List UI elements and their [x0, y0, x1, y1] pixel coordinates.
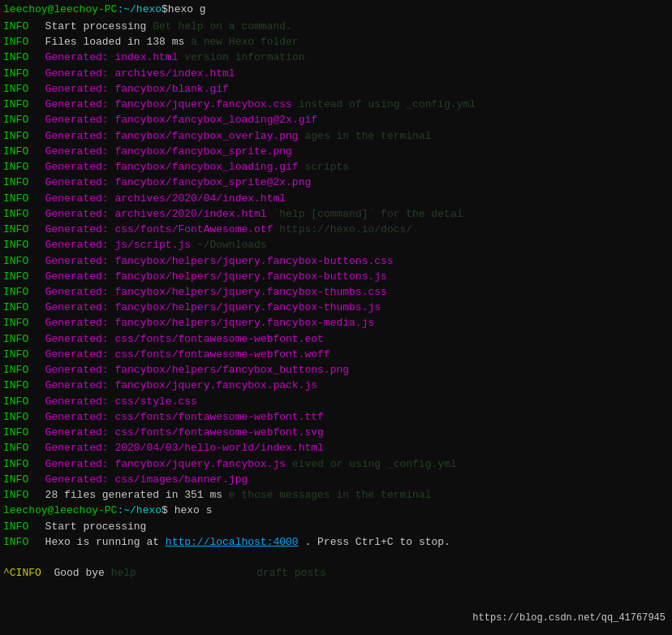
- file-path: archives/index.html: [109, 66, 235, 81]
- info-link-line: INFO Hexo is running at http://localhost…: [3, 534, 669, 550]
- generated-keyword: Generated:: [32, 159, 109, 175]
- localhost-link[interactable]: http://localhost:4000: [166, 534, 299, 550]
- info-label: INFO: [3, 34, 32, 50]
- prompt-line: leechoy@leechoy-PC:~/hexo$ hexo s: [3, 503, 669, 518]
- generated-keyword: Generated:: [32, 472, 109, 487]
- info-label: INFO: [3, 191, 32, 206]
- info-label: INFO: [3, 112, 32, 127]
- generated-keyword: Generated:: [32, 222, 109, 237]
- file-path: css/style.css: [109, 394, 197, 409]
- footer-url: https://blog.csdn.net/qq_41767945: [472, 612, 666, 624]
- file-path: fancybox/helpers/jquery.fancybox-media.j…: [109, 315, 375, 330]
- faded-overlay-text: eived or using _config.yml: [286, 456, 457, 472]
- info-label: INFO: [3, 66, 32, 81]
- info-label: INFO: [3, 487, 32, 503]
- info-label: INFO: [3, 425, 32, 440]
- info-label: INFO: [3, 362, 32, 378]
- file-path: fancybox/fancybox_loading.gif: [109, 159, 299, 175]
- generated-keyword: Generated:: [32, 284, 109, 300]
- title-bar: leechoy@leechoy-PC:~/hexo$ hexo g: [3, 2, 669, 19]
- generated-keyword: Generated:: [32, 331, 109, 347]
- info-label: INFO: [3, 81, 32, 97]
- info-line: INFO Generated: fancybox/helpers/jquery.…: [3, 315, 669, 330]
- info-label: INFO: [3, 50, 32, 65]
- file-path: fancybox/helpers/jquery.fancybox-thumbs.…: [109, 300, 381, 315]
- file-path: css/fonts/fontawesome-webfont.woff: [109, 347, 330, 362]
- file-path: fancybox/blank.gif: [109, 81, 229, 97]
- info-line: INFO Generated: css/images/banner.jpg: [3, 472, 669, 487]
- generated-keyword: Generated:: [32, 237, 109, 253]
- info-line: INFO Generated: 2020/04/03/hello-world/i…: [3, 440, 669, 456]
- info-line: INFO Generated: css/fonts/FontAwesome.ot…: [3, 222, 669, 237]
- file-path: fancybox/jquery.fancybox.js: [109, 456, 286, 472]
- info-line: INFO Generated: fancybox/helpers/jquery.…: [3, 284, 669, 300]
- info-line: INFO Generated: css/fonts/fontawesome-we…: [3, 347, 669, 362]
- faded-overlay-text: ~/Downloads: [191, 237, 267, 253]
- faded-overlay-text: a new Hexo folder: [184, 34, 298, 50]
- info-line: INFO Generated: fancybox/jquery.fancybox…: [3, 378, 669, 393]
- info-line: INFO 28 files generated in 351 ms e thos…: [3, 487, 669, 503]
- info-label: INFO: [3, 534, 32, 550]
- info-label: INFO: [3, 440, 32, 456]
- info-line: INFO Generated: index.html version infor…: [3, 50, 669, 65]
- file-path: css/fonts/fontawesome-webfont.ttf: [109, 409, 324, 425]
- info-text: 28 files generated in 351 ms: [32, 487, 222, 503]
- title-command: hexo g: [168, 3, 206, 15]
- generated-keyword: Generated:: [32, 112, 109, 127]
- file-path: fancybox/fancybox_overlay.png: [109, 128, 299, 144]
- info-label: INFO: [3, 284, 32, 300]
- info-line: INFO Generated: fancybox/fancybox_loadin…: [3, 159, 669, 175]
- file-path: fancybox/helpers/jquery.fancybox-buttons…: [109, 269, 387, 284]
- info-line: INFO Generated: fancybox/helpers/jquery.…: [3, 253, 669, 269]
- generated-keyword: Generated:: [32, 378, 109, 393]
- info-before-text: Hexo is running at: [32, 534, 166, 550]
- info-line: INFO Start processing: [3, 519, 669, 534]
- info-line: INFO Generated: css/fonts/fontawesome-we…: [3, 409, 669, 425]
- info-label: INFO: [3, 378, 32, 393]
- file-path: fancybox/helpers/jquery.fancybox-thumbs.…: [109, 284, 387, 300]
- file-path: css/fonts/fontawesome-webfont.svg: [109, 425, 324, 440]
- info-label: INFO: [3, 206, 32, 222]
- cinfo-text: Good bye: [41, 565, 105, 581]
- info-label: INFO: [3, 315, 32, 330]
- generated-keyword: Generated:: [32, 97, 109, 112]
- title-user: leechoy@leechoy-PC: [3, 3, 117, 15]
- file-path: css/fonts/FontAwesome.otf: [109, 222, 274, 237]
- file-path: archives/2020/index.html: [109, 206, 267, 222]
- info-label: INFO: [3, 269, 32, 284]
- prompt-user: leechoy@leechoy-PC: [3, 503, 117, 518]
- blank-line: [3, 550, 669, 565]
- faded-overlay-text: https://hexo.io/docs/: [273, 222, 412, 237]
- info-label: INFO: [3, 519, 32, 534]
- output-lines: INFO Start processing Get help on a comm…: [3, 19, 669, 581]
- info-line: INFO Generated: fancybox/fancybox_sprite…: [3, 144, 669, 159]
- info-after-text: . Press Ctrl+C to stop.: [299, 534, 450, 550]
- file-path: fancybox/helpers/jquery.fancybox-buttons…: [109, 253, 394, 269]
- generated-keyword: Generated:: [32, 144, 109, 159]
- prompt-command: hexo s: [174, 503, 213, 518]
- generated-keyword: Generated:: [32, 456, 109, 472]
- info-line: INFO Generated: fancybox/helpers/jquery.…: [3, 269, 669, 284]
- faded-overlay-text: instead of using _config.yml: [292, 97, 476, 112]
- info-label: INFO: [3, 456, 32, 472]
- info-label: INFO: [3, 128, 32, 144]
- faded-overlay-text: e those messages in the terminal: [222, 487, 431, 503]
- file-path: css/fonts/fontawesome-webfont.eot: [109, 331, 324, 347]
- faded-overlay-text: version information: [178, 50, 304, 65]
- generated-keyword: Generated:: [32, 300, 109, 315]
- generated-keyword: Generated:: [32, 50, 109, 65]
- generated-keyword: Generated:: [32, 206, 109, 222]
- prompt-dollar: $: [162, 503, 174, 518]
- info-label: INFO: [3, 144, 32, 159]
- info-text: Start processing: [32, 519, 146, 534]
- faded-overlay-text: Get help on a command.: [153, 19, 292, 34]
- generated-keyword: Generated:: [32, 269, 109, 284]
- faded-overlay-text: ages in the terminal: [299, 128, 432, 144]
- info-label: INFO: [3, 97, 32, 112]
- info-label: INFO: [3, 394, 32, 409]
- info-line: INFO Generated: fancybox/fancybox_sprite…: [3, 175, 669, 190]
- info-label: INFO: [3, 300, 32, 315]
- info-label: INFO: [3, 159, 32, 175]
- file-path: index.html: [109, 50, 179, 65]
- info-label: INFO: [3, 331, 32, 347]
